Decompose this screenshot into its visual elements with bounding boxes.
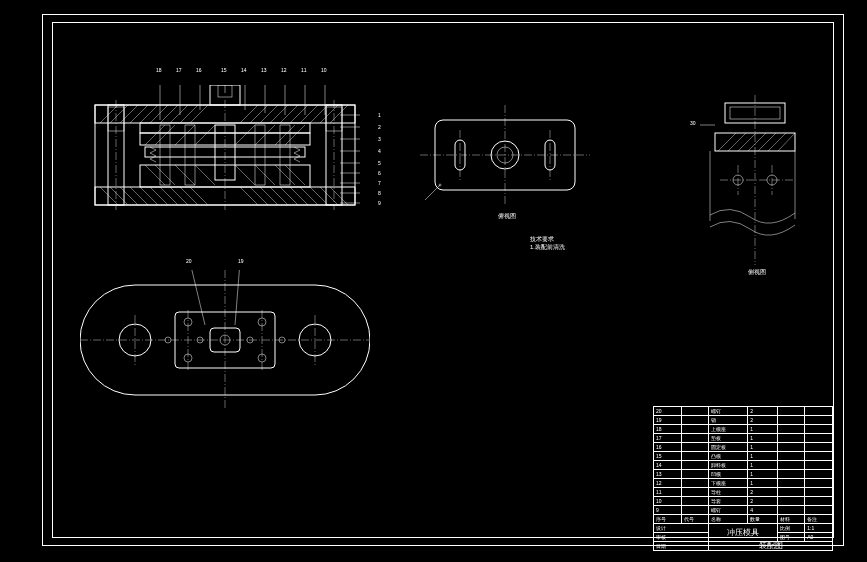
svg-line-56 bbox=[290, 187, 308, 205]
svg-line-59 bbox=[320, 187, 338, 205]
leader-right-4: 5 bbox=[378, 160, 381, 166]
tb-sheet-label: 图号 bbox=[777, 533, 805, 542]
parts-cell: 18 bbox=[654, 425, 682, 434]
svg-line-67 bbox=[275, 125, 295, 145]
parts-cell bbox=[681, 425, 709, 434]
parts-cell: 1 bbox=[748, 434, 777, 443]
svg-line-55 bbox=[280, 187, 298, 205]
parts-cell bbox=[681, 479, 709, 488]
svg-line-75 bbox=[275, 165, 295, 185]
svg-line-116 bbox=[778, 133, 795, 151]
svg-line-113 bbox=[748, 133, 766, 151]
tb-header-5: 材料 bbox=[777, 515, 805, 524]
svg-line-44 bbox=[130, 187, 148, 205]
tb-header-6: 备注 bbox=[805, 515, 833, 524]
svg-line-112 bbox=[738, 133, 756, 151]
leader-top-4: 14 bbox=[241, 67, 247, 73]
svg-line-37 bbox=[300, 105, 318, 123]
svg-line-41 bbox=[100, 187, 118, 205]
parts-cell: 上模座 bbox=[709, 425, 748, 434]
parts-cell bbox=[777, 470, 805, 479]
parts-cell bbox=[805, 407, 833, 416]
parts-cell: 1 bbox=[748, 461, 777, 470]
parts-cell bbox=[805, 416, 833, 425]
leader-top-8: 10 bbox=[321, 67, 327, 73]
parts-cell: 15 bbox=[654, 452, 682, 461]
leader-top-0: 18 bbox=[156, 67, 162, 73]
svg-line-49 bbox=[180, 187, 198, 205]
parts-cell bbox=[777, 416, 805, 425]
svg-rect-20 bbox=[280, 125, 290, 185]
parts-cell: 4 bbox=[748, 506, 777, 515]
svg-line-104 bbox=[425, 185, 440, 200]
svg-line-145 bbox=[235, 270, 240, 325]
leader-right-2: 3 bbox=[378, 136, 381, 142]
parts-cell: 20 bbox=[654, 407, 682, 416]
svg-line-68 bbox=[285, 125, 305, 145]
leader-bottom-0: 20 bbox=[186, 258, 192, 264]
svg-line-70 bbox=[155, 165, 175, 185]
leader-right-1: 2 bbox=[378, 124, 381, 130]
parts-cell: 1 bbox=[748, 452, 777, 461]
svg-line-65 bbox=[235, 125, 255, 145]
svg-line-38 bbox=[310, 105, 328, 123]
svg-line-115 bbox=[768, 133, 786, 151]
side-elevation bbox=[700, 95, 810, 265]
parts-cell bbox=[805, 461, 833, 470]
parts-cell bbox=[681, 416, 709, 425]
svg-line-25 bbox=[140, 105, 158, 123]
svg-line-69 bbox=[145, 165, 165, 185]
parts-cell bbox=[777, 506, 805, 515]
parts-cell: 1 bbox=[748, 470, 777, 479]
parts-cell bbox=[805, 488, 833, 497]
svg-line-42 bbox=[110, 187, 128, 205]
svg-line-60 bbox=[330, 187, 348, 205]
svg-line-32 bbox=[250, 105, 268, 123]
tb-date: 日期 bbox=[654, 542, 709, 551]
tb-header-2: 名称 bbox=[709, 515, 748, 524]
parts-cell bbox=[681, 488, 709, 497]
svg-line-31 bbox=[240, 105, 258, 123]
side-label: 侧视图 bbox=[748, 268, 766, 277]
parts-cell: 1 bbox=[748, 479, 777, 488]
svg-line-23 bbox=[120, 105, 138, 123]
parts-cell bbox=[777, 443, 805, 452]
parts-cell: 2 bbox=[748, 407, 777, 416]
side-dim: 30 bbox=[690, 120, 696, 126]
tb-header-4: 数量 bbox=[748, 515, 777, 524]
svg-line-114 bbox=[758, 133, 776, 151]
parts-cell bbox=[805, 425, 833, 434]
leader-top-7: 11 bbox=[301, 67, 307, 73]
parts-cell bbox=[681, 407, 709, 416]
parts-cell: 螺钉 bbox=[709, 407, 748, 416]
svg-line-34 bbox=[270, 105, 288, 123]
svg-line-47 bbox=[160, 187, 178, 205]
svg-line-73 bbox=[235, 165, 255, 185]
tb-design: 设计 bbox=[654, 524, 709, 533]
svg-line-111 bbox=[728, 133, 746, 151]
parts-cell: 1 bbox=[748, 425, 777, 434]
parts-cell bbox=[777, 479, 805, 488]
leader-bottom-1: 19 bbox=[238, 258, 244, 264]
leader-right-0: 1 bbox=[378, 112, 381, 118]
svg-line-45 bbox=[140, 187, 158, 205]
svg-line-21 bbox=[100, 105, 118, 123]
svg-line-54 bbox=[270, 187, 288, 205]
parts-cell bbox=[805, 470, 833, 479]
svg-line-61 bbox=[145, 125, 165, 145]
tb-scale-label: 比例 bbox=[777, 524, 805, 533]
leader-top-6: 12 bbox=[281, 67, 287, 73]
svg-line-46 bbox=[150, 187, 168, 205]
svg-line-144 bbox=[190, 270, 205, 325]
parts-cell bbox=[681, 506, 709, 515]
parts-cell: 10 bbox=[654, 497, 682, 506]
svg-line-58 bbox=[310, 187, 328, 205]
leader-top-2: 16 bbox=[196, 67, 202, 73]
parts-cell: 下模座 bbox=[709, 479, 748, 488]
parts-cell: 螺钉 bbox=[709, 506, 748, 515]
parts-cell bbox=[805, 506, 833, 515]
parts-cell bbox=[681, 497, 709, 506]
parts-cell: 凸模 bbox=[709, 452, 748, 461]
parts-cell: 凹模 bbox=[709, 470, 748, 479]
parts-cell bbox=[777, 425, 805, 434]
